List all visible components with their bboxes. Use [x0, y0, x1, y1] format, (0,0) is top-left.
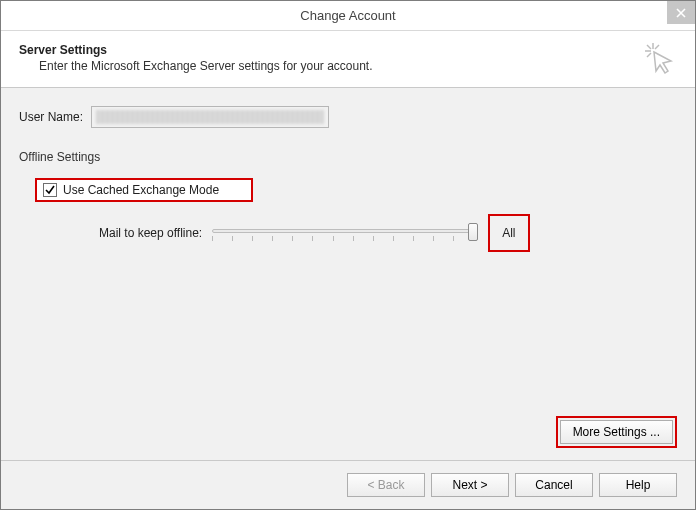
close-icon — [676, 8, 686, 18]
user-name-row: User Name: — [19, 106, 677, 128]
cached-exchange-mode-checkbox[interactable] — [43, 183, 57, 197]
more-settings-button[interactable]: More Settings ... — [560, 420, 673, 444]
close-button[interactable] — [667, 1, 695, 24]
user-name-field[interactable] — [91, 106, 329, 128]
user-name-label: User Name: — [19, 110, 91, 124]
dialog-body: User Name: Offline Settings Use Cached E… — [1, 88, 695, 460]
checkmark-icon — [45, 185, 55, 195]
slider-track — [212, 229, 474, 233]
header-title: Server Settings — [19, 43, 677, 57]
dialog-header: Server Settings Enter the Microsoft Exch… — [1, 31, 695, 88]
svg-line-3 — [655, 45, 659, 49]
mail-to-keep-label: Mail to keep offline: — [99, 226, 202, 240]
help-button[interactable]: Help — [599, 473, 677, 497]
more-settings-highlight: More Settings ... — [556, 416, 677, 448]
cancel-button[interactable]: Cancel — [515, 473, 593, 497]
offline-settings-label: Offline Settings — [19, 150, 677, 164]
back-button: < Back — [347, 473, 425, 497]
svg-line-4 — [647, 53, 651, 57]
next-button[interactable]: Next > — [431, 473, 509, 497]
cached-exchange-mode-label: Use Cached Exchange Mode — [63, 183, 219, 197]
title-bar: Change Account — [1, 1, 695, 31]
mail-to-keep-row: Mail to keep offline: All — [99, 214, 677, 252]
mail-to-keep-value: All — [488, 214, 529, 252]
mail-to-keep-slider[interactable] — [212, 222, 474, 244]
svg-line-2 — [647, 45, 651, 49]
user-name-redacted-value — [96, 110, 324, 124]
slider-ticks — [212, 236, 474, 242]
slider-thumb[interactable] — [468, 223, 478, 241]
dialog-footer: < Back Next > Cancel Help — [1, 460, 695, 509]
header-description: Enter the Microsoft Exchange Server sett… — [39, 59, 677, 73]
cached-exchange-mode-row: Use Cached Exchange Mode — [35, 178, 253, 202]
change-account-dialog: Change Account Server Settings Enter the… — [0, 0, 696, 510]
window-title: Change Account — [1, 8, 695, 23]
cursor-click-icon — [643, 41, 679, 77]
